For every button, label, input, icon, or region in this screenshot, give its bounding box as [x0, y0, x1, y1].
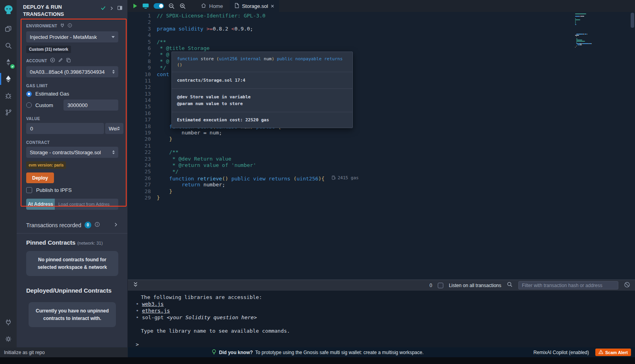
pinned-empty-message: No pinned contracts found for selected w…	[26, 251, 118, 276]
search-icon[interactable]	[507, 282, 513, 289]
sidebar-item-solidity-compiler[interactable]	[0, 54, 17, 71]
did-you-know-tip: Did you know? To prototype using the Gno…	[212, 349, 424, 356]
add-account-icon[interactable]	[50, 57, 55, 64]
select-arrows-icon	[112, 70, 115, 74]
sidebar-item-debugger[interactable]	[0, 87, 17, 104]
panel-title: DEPLOY & RUN TRANSACTIONS	[23, 4, 83, 17]
zoom-in-icon[interactable]	[179, 3, 186, 10]
expand-transactions-icon[interactable]	[113, 222, 118, 228]
value-label: VALUE	[26, 117, 40, 121]
code-line: /**	[157, 149, 583, 155]
environment-select[interactable]: Injected Provider - MetaMask	[26, 31, 118, 42]
code-line	[157, 32, 583, 38]
code-line: * @title Storage	[157, 45, 583, 52]
select-arrows-icon	[117, 126, 120, 130]
terminal-lines: The following libraries are accessible:•…	[136, 294, 635, 348]
estimated-gas-radio[interactable]	[26, 91, 32, 97]
transactions-count-badge: 0	[85, 222, 91, 228]
at-address-input[interactable]	[55, 199, 118, 210]
code-line: pragma solidity >=0.8.2 <0.9.0;	[157, 26, 583, 32]
environment-value: Injected Provider - MetaMask	[30, 34, 97, 40]
remixd-icon[interactable]	[142, 3, 149, 9]
copilot-status[interactable]: RemixAI Copilot (enabled)	[533, 350, 589, 355]
line-numbers: 1234567891011121314151617181920212223242…	[128, 13, 151, 201]
panel-header: DEPLOY & RUN TRANSACTIONS	[17, 0, 127, 17]
editor-toggle[interactable]	[154, 3, 164, 9]
terminal-toolbar: 0 Listen on all transactions	[128, 280, 635, 291]
account-select[interactable]: 0xA03...85ac4 (0.398673504934	[26, 66, 118, 77]
code-line: }	[157, 136, 583, 142]
lightbulb-icon	[212, 349, 217, 356]
terminal-line: Type the library name to see available c…	[136, 328, 635, 334]
minimap[interactable]	[575, 13, 613, 48]
value-input[interactable]	[26, 123, 104, 134]
warning-icon	[598, 350, 603, 355]
terminal-line	[136, 321, 635, 328]
tab-storage-sol[interactable]: Storage.sol	[230, 0, 279, 12]
run-script-icon[interactable]	[133, 3, 138, 9]
copy-icon[interactable]	[66, 57, 71, 64]
sidebar-item-plugin-manager[interactable]	[0, 314, 17, 331]
terminal-filter-input[interactable]	[518, 281, 618, 289]
code-line	[157, 143, 583, 149]
publish-ipfs-checkbox[interactable]	[26, 187, 32, 193]
custom-gas-input[interactable]	[64, 100, 118, 111]
terminal-line: >	[136, 341, 635, 348]
sidebar-item-search[interactable]	[0, 37, 17, 54]
contract-value: Storage - contracts/Storage.sol	[30, 149, 101, 155]
compile-success-badge-icon	[10, 64, 15, 69]
transactions-recorded-label: Transactions recorded	[26, 222, 81, 228]
code-line: // SPDX-License-Identifier: GPL-3.0	[157, 13, 583, 19]
sidebar-item-settings[interactable]	[0, 331, 17, 347]
close-tab-icon[interactable]	[271, 3, 274, 9]
listen-all-checkbox[interactable]	[438, 283, 443, 288]
git-init-button[interactable]: Initialize as git repo	[0, 347, 128, 357]
evm-version-badge: evm version: paris	[26, 161, 66, 169]
terminal[interactable]: The following libraries are accessible:•…	[128, 291, 635, 347]
pinned-contracts-title: Pinned Contracts	[26, 239, 75, 246]
expand-terminal-icon[interactable]	[133, 282, 139, 289]
chevron-right-icon[interactable]	[109, 5, 114, 12]
scam-alert-badge[interactable]: Scam Alert	[595, 349, 631, 356]
select-arrows-icon	[112, 150, 115, 154]
check-icon	[100, 5, 106, 12]
deploy-button[interactable]: Deploy	[26, 172, 54, 183]
network-badge: Custom (31) network	[26, 46, 71, 53]
sidebar-item-deploy-run[interactable]	[0, 71, 17, 87]
value-unit-select[interactable]: Wei	[105, 123, 123, 134]
tab-home[interactable]: Home	[196, 0, 228, 12]
code-line: * @return value of 'number'	[157, 162, 583, 169]
info-icon[interactable]	[94, 222, 100, 228]
remix-logo-icon[interactable]	[3, 2, 14, 17]
custom-gas-radio[interactable]	[26, 102, 32, 108]
at-address-button[interactable]: At Address	[26, 199, 55, 210]
zoom-out-icon[interactable]	[168, 3, 175, 10]
contract-select[interactable]: Storage - contracts/Storage.sol	[26, 147, 118, 158]
file-icon	[235, 3, 239, 10]
tooltip-location: contracts/Storage.sol 17:4	[172, 72, 352, 89]
editor-tabbar: Home Storage.sol	[128, 0, 635, 12]
clear-console-icon[interactable]	[624, 282, 630, 289]
unpinned-contracts-title: Deployed/Unpinned Contracts	[26, 287, 112, 294]
code-line: }	[157, 195, 583, 201]
terminal-line: • ethers.js	[136, 307, 635, 314]
divider	[17, 233, 127, 234]
plug-icon[interactable]	[60, 22, 65, 29]
estimated-gas-label: Estimated Gas	[35, 91, 69, 97]
pin-panel-icon[interactable]	[117, 5, 123, 12]
account-label: ACCOUNT	[26, 59, 47, 63]
sidebar-item-git[interactable]	[0, 104, 17, 121]
terminal-tx-count: 0	[429, 283, 432, 288]
sidebar-item-file-explorer[interactable]	[0, 21, 17, 37]
deploy-run-panel: DEPLOY & RUN TRANSACTIONS ENVIRONMENT In…	[17, 0, 128, 347]
tooltip-signature: function store (uint256 internal num) pu…	[172, 52, 352, 72]
custom-gas-label: Custom	[35, 102, 53, 108]
info-icon[interactable]	[67, 22, 72, 29]
tooltip-docs: @dev Store value in variable@param num v…	[172, 89, 352, 112]
code-editor[interactable]: 1234567891011121314151617181920212223242…	[128, 12, 635, 280]
listen-all-label: Listen on all transactions	[449, 283, 501, 288]
code-line: }	[157, 188, 583, 195]
code-line: number = num;	[157, 130, 583, 136]
editor-scrollbar[interactable]	[631, 13, 634, 28]
edit-icon[interactable]	[58, 57, 63, 64]
